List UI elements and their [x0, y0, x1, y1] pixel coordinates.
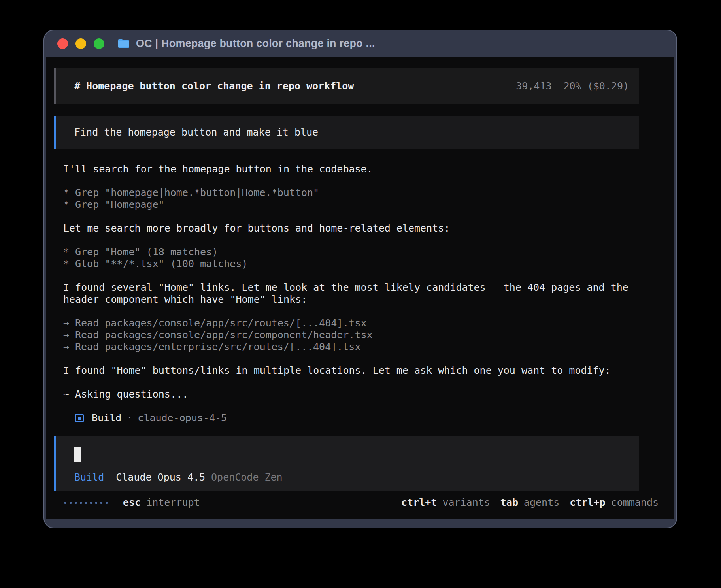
transcript-paragraph: ~ Asking questions...: [63, 388, 674, 400]
spinner-dot: [70, 502, 72, 504]
spinner-dots: [64, 502, 111, 504]
agent-model: claude-opus-4-5: [138, 412, 227, 424]
hotkey-label: agents: [524, 497, 559, 509]
status-bar-left: esc interrupt: [64, 497, 200, 509]
input-model-provider: OpenCode Zen: [211, 471, 283, 483]
build-agent-icon: [75, 414, 84, 422]
tool-asterisk-icon: *: [63, 246, 75, 258]
spinner-dot: [85, 502, 87, 504]
hotkey-hint-commands: ctrl+pcommands: [570, 497, 659, 509]
read-arrow-icon: →: [63, 341, 75, 353]
spinner-dot: [75, 502, 77, 504]
transcript-text: I found "Home" buttons/links in multiple…: [63, 365, 611, 376]
input-agent-mode[interactable]: Build: [74, 471, 104, 483]
session-title: # Homepage button color change in repo w…: [74, 80, 354, 92]
tool-asterisk-icon: *: [63, 199, 75, 211]
transcript-line: I'll search for the homepage button in t…: [63, 163, 674, 175]
spinner-dot: [64, 502, 66, 504]
spinner-dot: [100, 502, 102, 504]
spinner-dot: [80, 502, 82, 504]
transcript-line: →Read packages/console/app/src/routes/[.…: [63, 317, 674, 329]
transcript-paragraph: *Grep "Home" (18 matches)*Glob "**/*.tsx…: [63, 246, 674, 270]
context-percent: 20%: [563, 80, 581, 92]
zoom-button[interactable]: [94, 38, 104, 49]
transcript-text: Let me search more broadly for buttons a…: [63, 222, 450, 234]
message-input[interactable]: Build Claude Opus 4.5 OpenCode Zen: [54, 436, 639, 491]
esc-hint-label: interrupt: [146, 497, 200, 509]
user-message: Find the homepage button and make it blu…: [54, 116, 639, 149]
transcript-paragraph: I'll search for the homepage button in t…: [63, 163, 674, 175]
transcript-text: header component which have "Home" links…: [63, 294, 307, 305]
spinner-dot: [95, 502, 97, 504]
transcript-text: Grep "homepage|home.*button|Home.*button…: [75, 187, 319, 198]
token-count: 39,413: [516, 80, 551, 92]
close-button[interactable]: [57, 38, 68, 49]
transcript-paragraph: Let me search more broadly for buttons a…: [63, 222, 674, 234]
input-model-name[interactable]: Claude Opus 4.5: [116, 471, 205, 483]
transcript-line: *Grep "Homepage": [63, 199, 674, 211]
agent-status-line: Build · claude-opus-4-5: [75, 412, 674, 424]
status-bar-right: ctrl+tvariantstabagentsctrl+pcommands: [401, 497, 659, 509]
hotkey-hint-agents: tabagents: [500, 497, 559, 509]
transcript-text: Glob "**/*.tsx" (100 matches): [75, 258, 248, 270]
transcript-line: header component which have "Home" links…: [63, 294, 674, 305]
transcript-text: I found several "Home" links. Let me loo…: [63, 282, 629, 293]
read-arrow-icon: →: [63, 329, 75, 341]
hotkey-label: variants: [442, 497, 490, 509]
transcript-paragraph: I found "Home" buttons/links in multiple…: [63, 365, 674, 377]
input-model-line: Build Claude Opus 4.5 OpenCode Zen: [74, 471, 283, 483]
hotkey-key: tab: [500, 497, 518, 509]
transcript-paragraph: *Grep "homepage|home.*button|Home.*butto…: [63, 187, 674, 211]
hotkey-hint-variants: ctrl+tvariants: [401, 497, 490, 509]
transcript-line: I found "Home" buttons/links in multiple…: [63, 365, 674, 377]
transcript-line: *Glob "**/*.tsx" (100 matches): [63, 258, 674, 270]
agent-separator: ·: [126, 412, 132, 424]
spinner-dot: [106, 502, 108, 504]
transcript-paragraph: I found several "Home" links. Let me loo…: [63, 282, 674, 305]
transcript-line: *Grep "Home" (18 matches): [63, 246, 674, 258]
window-title: OC | Homepage button color change in rep…: [136, 38, 375, 50]
titlebar[interactable]: OC | Homepage button color change in rep…: [44, 30, 676, 57]
transcript-text: Grep "Homepage": [75, 199, 164, 210]
status-bar: esc interrupt ctrl+tvariantstabagentsctr…: [64, 497, 659, 509]
tool-asterisk-icon: *: [63, 258, 75, 270]
transcript-text: Read packages/enterprise/src/routes/[...…: [75, 341, 360, 352]
transcript: I'll search for the homepage button in t…: [63, 163, 674, 400]
folder-icon: [118, 39, 130, 48]
transcript-line: I found several "Home" links. Let me loo…: [63, 282, 674, 294]
esc-key-hint: esc: [123, 497, 141, 509]
transcript-text: Read packages/console/app/src/component/…: [75, 329, 373, 341]
hotkey-label: commands: [611, 497, 659, 509]
agent-name: Build: [92, 412, 121, 424]
transcript-text: Read packages/console/app/src/routes/[..…: [75, 317, 367, 329]
session-cost: ($0.29): [587, 80, 629, 92]
transcript-line: →Read packages/console/app/src/component…: [63, 329, 674, 341]
transcript-line: →Read packages/enterprise/src/routes/[..…: [63, 341, 674, 353]
terminal: # Homepage button color change in repo w…: [46, 57, 674, 519]
transcript-line: ~ Asking questions...: [63, 388, 674, 400]
spinner-dot: [90, 502, 92, 504]
transcript-text: Grep "Home" (18 matches): [75, 246, 218, 258]
app-window: OC | Homepage button color change in rep…: [43, 30, 677, 528]
hotkey-key: ctrl+p: [570, 497, 605, 509]
session-header: # Homepage button color change in repo w…: [54, 68, 639, 104]
text-cursor: [74, 447, 81, 462]
session-stats: 39,413 20% ($0.29): [516, 80, 629, 92]
transcript-paragraph: →Read packages/console/app/src/routes/[.…: [63, 317, 674, 353]
user-message-text: Find the homepage button and make it blu…: [74, 126, 318, 138]
hotkey-key: ctrl+t: [401, 497, 437, 509]
transcript-line: *Grep "homepage|home.*button|Home.*butto…: [63, 187, 674, 199]
transcript-text: I'll search for the homepage button in t…: [63, 163, 373, 175]
transcript-text: ~ Asking questions...: [63, 388, 188, 400]
transcript-line: Let me search more broadly for buttons a…: [63, 222, 674, 234]
tool-asterisk-icon: *: [63, 187, 75, 199]
read-arrow-icon: →: [63, 317, 75, 329]
minimize-button[interactable]: [75, 38, 86, 49]
